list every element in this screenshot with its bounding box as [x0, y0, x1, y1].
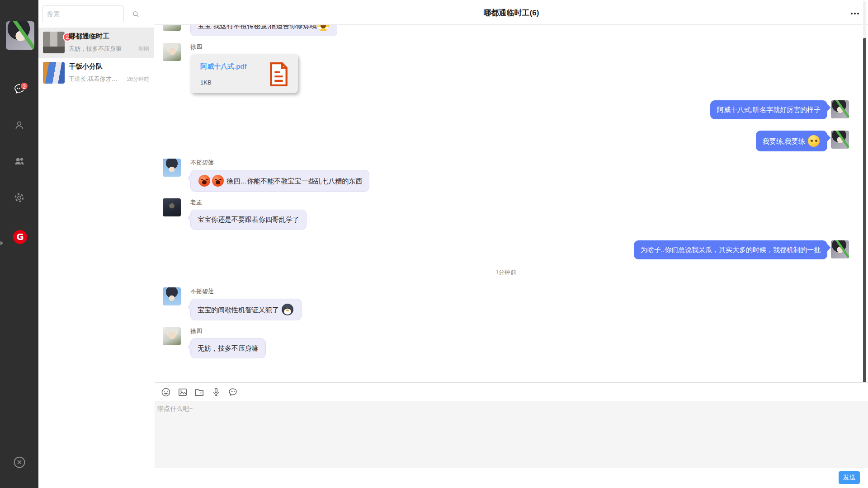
chat-unread-badge: 2 — [20, 82, 28, 90]
avatar[interactable] — [831, 240, 849, 258]
avatar[interactable] — [163, 159, 181, 177]
settings-icon[interactable] — [13, 191, 26, 204]
avatar[interactable] — [163, 198, 181, 216]
message-row: 为啥子..你们总说我呆瓜，其实大多的时候，我都机制的一批 — [163, 240, 849, 259]
message-text: 徐四…你能不能不教宝宝一些乱七八糟的东西 — [226, 177, 362, 185]
message-text: 宝宝 我这有本祖传秘笈,很适合你修炼哦 — [198, 25, 316, 29]
current-user-avatar[interactable] — [6, 21, 34, 50]
more-options-icon[interactable] — [849, 11, 861, 16]
message-text: 无妨，技多不压身嘛 — [198, 344, 259, 352]
chat-header: 哪都通临时工(6) — [155, 0, 868, 25]
chat-title: 干饭小分队 — [69, 62, 103, 71]
message-bubble: 无妨，技多不压身嘛 — [190, 338, 266, 358]
message-bubble: 阿威十八式,听名字就好厉害的样子 — [710, 100, 827, 119]
message-text: 阿威十八式,听名字就好厉害的样子 — [717, 106, 821, 113]
expand-arrow-icon[interactable] — [0, 241, 3, 245]
close-icon[interactable] — [13, 455, 26, 469]
chat-list-item[interactable]: 干饭小分队 王道长,我看你才… 26分钟前 — [38, 58, 154, 88]
gear-glyph — [13, 192, 25, 204]
avatar[interactable] — [831, 100, 849, 118]
message-list[interactable]: 宝宝 我这有本祖传秘笈,很适合你修炼哦 徐四 阿威十八式.pdf 1KB — [155, 25, 868, 382]
file-attachment-card[interactable]: 阿威十八式.pdf 1KB — [190, 54, 298, 93]
message-input-area — [155, 401, 868, 468]
message-row: 老孟 宝宝你还是不要跟着你四哥乱学了 — [163, 198, 849, 230]
conversation-title: 哪都通临时工(6) — [155, 8, 868, 18]
message-bubble: 为啥子..你们总说我呆瓜，其实大多的时候，我都机制的一批 — [634, 240, 827, 259]
hug-emoji — [317, 25, 329, 31]
magnifier-glyph — [132, 10, 140, 19]
close-circle-glyph — [13, 455, 26, 470]
message-bubble: 宝宝 我这有本祖传秘笈,很适合你修炼哦 — [190, 25, 337, 36]
person-glyph — [13, 119, 25, 131]
message-row: 不摇碧莲 徐四…你能不能不教宝宝一些乱七八糟的东西 — [163, 159, 849, 192]
contacts-icon[interactable] — [13, 118, 26, 132]
image-icon[interactable] — [176, 386, 189, 399]
chat-list-item[interactable]: 2 哪都通临时工 无妨，技多不压身嘛 刚刚 — [38, 28, 154, 58]
message-text: 宝宝的间歇性机智证又犯了 — [198, 306, 279, 314]
penguin-emoji — [282, 304, 293, 315]
avatar[interactable] — [163, 25, 181, 31]
mic-icon[interactable] — [210, 386, 222, 399]
folder-icon[interactable] — [193, 386, 206, 399]
group-glyph — [13, 155, 26, 168]
message-row: 徐四 无妨，技多不压身嘛 — [163, 327, 849, 358]
message-bubble: 徐四…你能不能不教宝宝一些乱七八糟的东西 — [190, 170, 369, 192]
time-divider: 1分钟前 — [163, 268, 849, 277]
search-icon[interactable] — [128, 6, 143, 22]
avatar[interactable] — [163, 327, 181, 345]
sender-name: 老孟 — [190, 198, 307, 206]
chat-list-panel: 2 哪都通临时工 无妨，技多不压身嘛 刚刚 干饭小分队 王道长,我看你才… 26… — [38, 0, 154, 488]
app-logo[interactable]: G — [13, 230, 27, 244]
sender-name: 徐四 — [190, 43, 298, 51]
message-row: 我要练,我要练 — [163, 131, 849, 151]
chat-time: 刚刚 — [138, 45, 149, 53]
send-button[interactable]: 发送 — [839, 471, 860, 484]
composer-toolbar — [155, 382, 868, 401]
message-row: 阿威十八式,听名字就好厉害的样子 — [163, 100, 849, 119]
sender-name: 徐四 — [190, 327, 266, 335]
message-text: 为啥子..你们总说我呆瓜，其实大多的时候，我都机制的一批 — [641, 246, 821, 253]
chat-record-icon[interactable] — [226, 386, 239, 399]
send-bar: 发送 — [155, 468, 868, 488]
chat-last-message: 无妨，技多不压身嘛 — [69, 45, 123, 53]
message-text: 我要练,我要练 — [763, 137, 805, 145]
group-avatar: 2 — [43, 32, 65, 53]
avatar[interactable] — [163, 43, 181, 61]
message-row: 不摇碧莲 宝宝的间歇性机智证又犯了 — [163, 287, 849, 320]
message-bubble: 宝宝的间歇性机智证又犯了 — [190, 299, 302, 320]
angry-emoji — [212, 175, 224, 187]
search-box — [42, 5, 124, 22]
pdf-document-icon — [268, 61, 289, 89]
group-icon[interactable] — [13, 155, 26, 168]
angry-emoji — [198, 175, 210, 187]
message-text: 宝宝你还是不要跟着你四哥乱学了 — [198, 216, 299, 223]
sender-name: 不摇碧莲 — [190, 159, 369, 167]
message-input[interactable] — [155, 401, 868, 468]
no-mouth-emoji — [808, 135, 820, 147]
avatar[interactable] — [163, 287, 181, 305]
conversation-pane: 哪都通临时工(6) 宝宝 我这有本祖传秘笈,很适合你修炼哦 徐四 阿威十八式.p… — [155, 0, 868, 488]
chat-time: 26分钟前 — [127, 75, 149, 83]
search-input[interactable] — [42, 6, 123, 22]
message-row: 徐四 阿威十八式.pdf 1KB — [163, 43, 849, 93]
message-row: 宝宝 我这有本祖传秘笈,很适合你修炼哦 — [163, 25, 849, 36]
group-avatar — [43, 62, 65, 84]
avatar[interactable] — [831, 131, 849, 149]
chat-last-message: 王道长,我看你才… — [69, 75, 123, 83]
emoji-icon[interactable] — [160, 386, 172, 399]
message-bubble: 宝宝你还是不要跟着你四哥乱学了 — [190, 210, 307, 230]
left-nav-rail: 2 G — [0, 0, 38, 488]
chat-title: 哪都通临时工 — [69, 32, 109, 41]
chat-application-window: 2 G — [0, 0, 868, 488]
message-bubble: 我要练,我要练 — [756, 131, 827, 151]
sender-name: 不摇碧莲 — [190, 287, 302, 296]
